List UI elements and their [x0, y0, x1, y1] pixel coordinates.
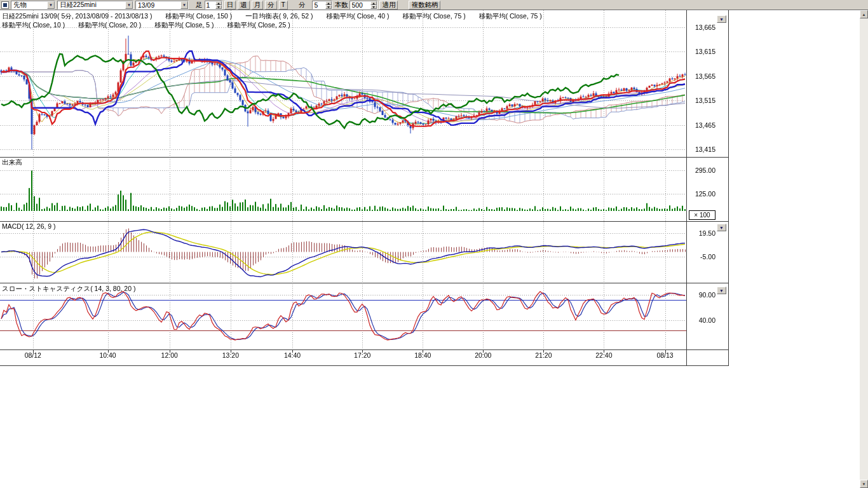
minute-unit-label: 分 [299, 1, 306, 10]
bars-count-value: 500 [351, 1, 363, 9]
scroll-down-button[interactable]: ▼ [860, 480, 868, 488]
overlay-ichimoku-label: 一目均衡表( 9, 26, 52 ) [245, 12, 313, 20]
price-axis-label: 13,515 [688, 97, 715, 105]
volume-pane-title: 出来高 [2, 158, 22, 167]
vertical-scrollbar[interactable]: ▲ ▼ [860, 10, 868, 488]
spinner-arrows [215, 1, 222, 9]
chart-canvas[interactable] [0, 10, 686, 365]
chevron-down-icon[interactable]: ▼ [180, 1, 188, 9]
time-axis-label: 08/12 [25, 351, 41, 359]
macd-pane-scale-button[interactable]: ▼ [717, 224, 726, 231]
app-icon[interactable] [1, 1, 9, 9]
price-axis-label: 13,465 [688, 121, 715, 130]
time-axis-label: 10:40 [99, 351, 116, 359]
chart-bottom-border [0, 365, 729, 366]
trading-app-window: 先物 ▼ 日経225mini ▼ 13/09 ▼ 足 1 日 週 月 分 T 分… [0, 0, 868, 488]
axis-right-border [728, 10, 729, 366]
toolbar: 先物 ▼ 日経225mini ▼ 13/09 ▼ 足 1 日 週 月 分 T 分… [0, 0, 868, 10]
time-axis-label: 14:40 [284, 351, 301, 359]
time-axis-label: 18:40 [414, 351, 431, 359]
stoch-timeaxis-separator [0, 349, 729, 350]
minute-value-spinner[interactable]: 5 [312, 1, 332, 10]
overlay-ma20-label: 移動平均( Close, 20 ) [78, 21, 141, 29]
chevron-down-icon[interactable]: ▼ [125, 1, 133, 9]
apply-button[interactable]: 適用 [379, 1, 398, 10]
time-axis-label: 17:20 [354, 351, 370, 359]
stoch-axis-label: 40.00 [688, 316, 715, 325]
spinner-arrows [325, 1, 332, 9]
bar-count-spinner[interactable]: 1 [205, 1, 222, 10]
overlay-ma75b-label: 移動平均( Close, 75 ) [479, 12, 542, 20]
price-axis-label: 13,415 [688, 146, 715, 154]
spin-down-icon[interactable] [370, 5, 377, 9]
volume-multiplier-box: × 100 [689, 210, 715, 220]
contract-month-value: 13/09 [138, 1, 154, 9]
time-axis-label: 21:20 [535, 351, 552, 359]
stoch-pane-scale-button[interactable]: ▼ [717, 287, 726, 294]
stoch-axis-label: 90.00 [688, 291, 715, 299]
price-axis-label: 13,665 [688, 24, 715, 32]
price-pane-scale-button[interactable]: ▼ [717, 15, 726, 23]
period-day-button[interactable]: 日 [224, 1, 236, 10]
chevron-down-icon[interactable]: ▼ [47, 1, 55, 9]
macd-pane-title: MACD( 12, 26, 9 ) [2, 222, 56, 230]
volume-axis-label: 295.00 [688, 166, 715, 175]
overlay-ma40-label: 移動平均( Close, 40 ) [326, 12, 389, 20]
period-tick-button[interactable]: T [279, 1, 288, 10]
period-week-button[interactable]: 週 [238, 1, 250, 10]
price-axis-label: 13,565 [688, 72, 715, 81]
overlay-ma150-label: 移動平均( Close, 150 ) [165, 12, 232, 20]
bar-type-label: 足 [196, 1, 203, 10]
volume-axis-label: 125.00 [688, 190, 715, 198]
stoch-pane-title: スロー・ストキャスティクス( 14, 3, 80, 20 ) [2, 285, 135, 294]
time-axis-label: 08/13 [656, 351, 673, 359]
symbol-value: 日経225mini [60, 1, 97, 10]
scroll-up-button[interactable]: ▲ [860, 10, 868, 18]
overlay-ma10-label: 移動平均( Close, 10 ) [2, 21, 65, 29]
period-minute-button[interactable]: 分 [265, 1, 277, 10]
price-axis-label: 13,615 [688, 48, 715, 56]
price-pane-header-row1: 日経225mini 13/09( 5分, 2013/08/09 - 2013/0… [2, 12, 553, 21]
time-axis-label: 12:00 [161, 351, 178, 359]
time-axis-label: 22:40 [595, 351, 612, 359]
macd-axis-label: 19.50 [688, 229, 715, 238]
instrument-type-value: 先物 [13, 1, 27, 10]
overlay-ma75-label: 移動平均( Close, 75 ) [403, 12, 466, 20]
overlay-ma5-label: 移動平均( Close, 5 ) [154, 21, 214, 29]
time-axis-label: 20:00 [475, 351, 491, 359]
chart-title: 日経225mini 13/09( 5分, 2013/08/09 - 2013/0… [2, 12, 152, 20]
instrument-type-combobox[interactable]: 先物 ▼ [11, 1, 55, 10]
app-icon-glyph [3, 3, 7, 7]
bar-count-value: 1 [207, 1, 210, 9]
symbol-combobox[interactable]: 日経225mini ▼ [57, 1, 133, 10]
price-pane-header-row2: 移動平均( Close, 10 ) 移動平均( Close, 20 ) 移動平均… [2, 21, 302, 30]
plot-axis-divider [686, 10, 687, 366]
minute-value: 5 [314, 1, 318, 9]
macd-axis-label: -5.00 [688, 253, 715, 261]
macd-stoch-separator [0, 283, 729, 283]
contract-month-combobox[interactable]: 13/09 ▼ [135, 1, 189, 10]
bars-count-spinner[interactable]: 500 [349, 1, 377, 10]
spin-down-icon[interactable] [215, 5, 222, 9]
overlay-ma25-label: 移動平均( Close, 25 ) [227, 21, 290, 29]
spinner-arrows [370, 1, 377, 9]
bars-count-label: 本数 [334, 1, 348, 10]
price-volume-separator [0, 157, 729, 158]
period-month-button[interactable]: 月 [252, 1, 264, 10]
time-axis-label: 13:20 [222, 351, 239, 359]
volume-macd-separator [0, 221, 729, 222]
spin-down-icon[interactable] [325, 5, 332, 9]
multi-symbol-button[interactable]: 複数銘柄 [409, 1, 440, 10]
